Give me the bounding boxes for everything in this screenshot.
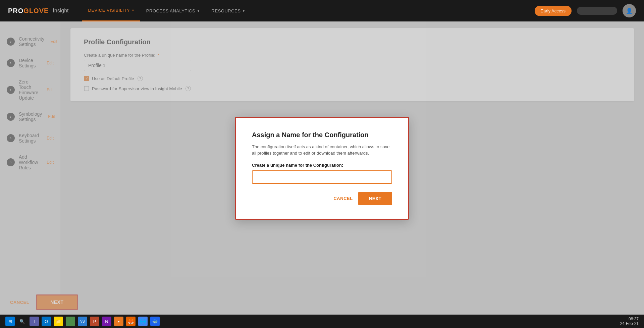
logo-pro-text: PRO (8, 7, 23, 14)
search-icon[interactable]: 🔍 (17, 317, 27, 326)
nav-process-analytics-label: PROCESS ANALYTICS (146, 8, 195, 13)
app-icon-3[interactable]: ● (114, 317, 123, 326)
modal-overlay: Assign a Name for the Configuration The … (0, 21, 644, 315)
modal-title: Assign a Name for the Configuration (252, 131, 392, 139)
onenote-icon[interactable]: N (102, 317, 111, 326)
modal-actions: CANCEL NEXT (252, 192, 392, 205)
user-bar (577, 7, 617, 15)
top-navigation: PROGLOVE Insight DEVICE VISIBILITY ▾ PRO… (0, 0, 644, 21)
chevron-down-icon: ▾ (243, 9, 245, 13)
modal-field-label: Create a unique name for the Configurati… (252, 163, 392, 168)
taskbar-left: ⊞ 🔍 T O 📁 VS P N ● 🦊 🌐 🐳 (5, 317, 160, 326)
powerpoint-icon[interactable]: P (90, 317, 99, 326)
logo-glove-text: GLOVE (23, 7, 49, 14)
proglove-logo: PROGLOVE (8, 7, 49, 15)
nav-resources-label: RESOURCES (212, 8, 241, 13)
explorer-icon[interactable]: 📁 (54, 317, 63, 326)
teams-icon[interactable]: T (30, 317, 39, 326)
avatar[interactable]: 👤 (623, 4, 636, 17)
logo-area: PROGLOVE Insight (8, 7, 69, 15)
taskbar-clock: 08:37 24-Feb-21 (620, 317, 639, 326)
nav-items: DEVICE VISIBILITY ▾ PROCESS ANALYTICS ▾ … (82, 0, 535, 21)
assign-name-modal: Assign a Name for the Configuration The … (235, 117, 409, 220)
modal-cancel-button[interactable]: CANCEL (333, 196, 353, 201)
nav-device-visibility[interactable]: DEVICE VISIBILITY ▾ (82, 0, 140, 21)
nav-process-analytics[interactable]: PROCESS ANALYTICS ▾ (140, 0, 206, 21)
early-access-button[interactable]: Early Access (535, 6, 572, 16)
taskbar-date: 24-Feb-21 (620, 321, 639, 326)
docker-icon[interactable]: 🐳 (150, 317, 160, 326)
firefox-icon[interactable]: 🦊 (126, 317, 136, 326)
chevron-down-icon: ▾ (198, 9, 200, 13)
outlook-icon[interactable]: O (42, 317, 51, 326)
configuration-name-input[interactable] (252, 170, 392, 184)
taskbar: ⊞ 🔍 T O 📁 VS P N ● 🦊 🌐 🐳 08:37 24-Feb-21 (0, 315, 644, 328)
chrome-icon[interactable]: 🌐 (138, 317, 148, 326)
taskbar-time: 08:37 (620, 317, 639, 321)
insight-label: Insight (53, 8, 68, 14)
modal-next-button[interactable]: NEXT (358, 192, 392, 205)
windows-icon[interactable]: ⊞ (5, 317, 15, 326)
modal-description: The configuration itself acts as a kind … (252, 144, 392, 157)
nav-right: Early Access 👤 (535, 4, 636, 17)
nav-resources[interactable]: RESOURCES ▾ (206, 0, 251, 21)
nav-device-visibility-label: DEVICE VISIBILITY (88, 8, 130, 13)
chevron-down-icon: ▾ (132, 8, 134, 12)
app-icon-1[interactable] (66, 317, 75, 326)
app-icon-2[interactable]: VS (78, 317, 87, 326)
